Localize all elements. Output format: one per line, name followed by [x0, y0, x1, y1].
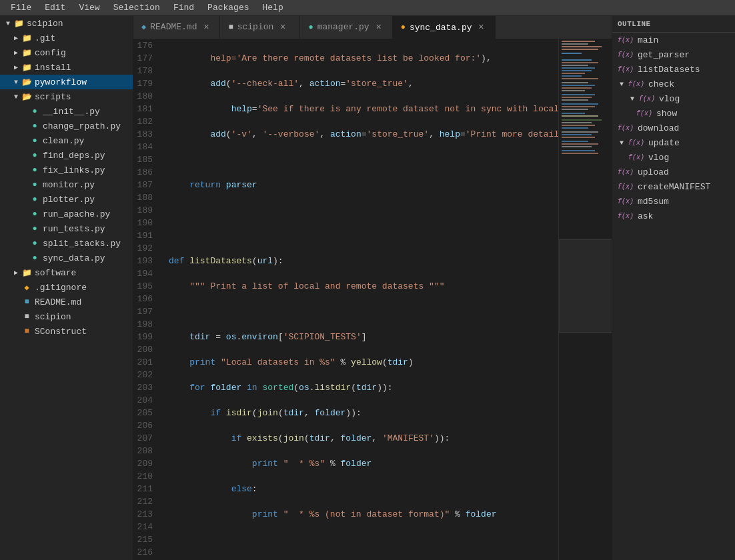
- tab-bar: ◆ README.md × ■ scipion × ● manager.py ×…: [133, 16, 612, 39]
- sidebar-item-run-apache[interactable]: ● run_apache.py: [0, 207, 133, 221]
- outline-item-vlog-check[interactable]: ▼ f(x) vlog: [612, 91, 735, 106]
- code-content[interactable]: help='Are there remote datasets list be …: [163, 39, 558, 560]
- svg-rect-6: [562, 59, 592, 61]
- svg-rect-1: [562, 41, 595, 42]
- folder-icon: 📁: [21, 47, 32, 58]
- outline-label: createMANIFEST: [638, 182, 710, 192]
- sidebar-item-run-tests[interactable]: ● run_tests.py: [0, 221, 133, 236]
- outline-label: show: [656, 109, 677, 119]
- function-icon: f(x): [618, 51, 634, 59]
- file-icon: ■: [21, 311, 32, 322]
- sidebar-item-init[interactable]: ● __init__.py: [0, 104, 133, 119]
- sidebar-item-label: sync_data.py: [43, 253, 105, 263]
- sidebar-item-clean[interactable]: ● clean.py: [0, 133, 133, 148]
- tab-sync-data[interactable]: ● sync_data.py ×: [393, 16, 496, 39]
- sidebar-item-sync-data[interactable]: ● sync_data.py: [0, 251, 133, 265]
- line-185: """ Print a list of local and remote dat…: [169, 280, 558, 293]
- svg-rect-11: [562, 73, 585, 74]
- sidebar-item-scipion-file[interactable]: ■ scipion: [0, 309, 133, 324]
- sidebar-item-plotter[interactable]: ● plotter.py: [0, 192, 133, 207]
- svg-rect-22: [562, 106, 595, 107]
- line-182: [169, 204, 558, 217]
- sidebar-item-label: .gitignore: [35, 283, 87, 293]
- menu-help[interactable]: Help: [257, 1, 289, 14]
- svg-rect-12: [562, 75, 582, 77]
- sidebar-item-fix-links[interactable]: ● fix_links.py: [0, 163, 133, 177]
- function-icon: f(x): [636, 110, 652, 117]
- sidebar-item-git[interactable]: ▶ 📁 .git: [0, 31, 133, 45]
- outline-label: ask: [638, 211, 653, 221]
- line-187: tdir = os.environ['SCIPION_TESTS']: [169, 331, 558, 343]
- sidebar-item-config[interactable]: ▶ 📁 config: [0, 45, 133, 60]
- py-icon: ●: [29, 223, 40, 234]
- menu-packages[interactable]: Packages: [202, 1, 254, 14]
- function-icon: f(x): [618, 66, 634, 73]
- menu-selection[interactable]: Selection: [108, 1, 165, 14]
- sidebar-item-label: run_tests.py: [43, 224, 105, 234]
- sidebar-item-find-deps[interactable]: ● find_deps.py: [0, 148, 133, 163]
- sidebar-item-sconstruct[interactable]: ■ SConstruct: [0, 324, 133, 339]
- outline-item-main[interactable]: f(x) main: [612, 33, 735, 47]
- tab-manager[interactable]: ● manager.py ×: [300, 16, 392, 39]
- sidebar-item-label: split_stacks.py: [43, 239, 121, 249]
- outline-item-create-manifest[interactable]: f(x) createMANIFEST: [612, 179, 735, 194]
- outline-item-download[interactable]: f(x) download: [612, 121, 735, 135]
- outline-item-show[interactable]: f(x) show: [612, 106, 735, 121]
- line-183: [169, 229, 558, 242]
- menu-edit[interactable]: Edit: [39, 1, 71, 14]
- line-180: [169, 153, 558, 166]
- line-177: add('--check-all', action='store_true',: [169, 77, 558, 90]
- tab-close-sync[interactable]: ×: [476, 22, 487, 33]
- py-icon: ●: [29, 121, 40, 131]
- outline-item-md5sum[interactable]: f(x) md5sum: [612, 194, 735, 209]
- line-184: def listDatasets(url):: [169, 255, 558, 267]
- sidebar-item-scripts[interactable]: ▼ 📂 scripts: [0, 89, 133, 104]
- tab-readme[interactable]: ◆ README.md ×: [133, 16, 220, 39]
- outline-label: update: [648, 138, 680, 148]
- sidebar-item-scipion[interactable]: ▼ 📁 scipion: [0, 16, 133, 31]
- sidebar-item-gitignore[interactable]: ◆ .gitignore: [0, 280, 133, 295]
- sidebar-item-readme[interactable]: ■ README.md: [0, 295, 133, 309]
- svg-rect-29: [562, 127, 588, 129]
- outline-label: download: [638, 123, 679, 133]
- sidebar-item-pyworkflow[interactable]: ▼ 📂 pyworkflow: [0, 75, 133, 89]
- svg-rect-19: [562, 97, 592, 98]
- sidebar: ▼ 📁 scipion ▶ 📁 .git ▶ 📁 config ▶ 📁 inst…: [0, 16, 133, 560]
- tab-icon-scipion: ■: [228, 23, 233, 32]
- outline-item-vlog-update[interactable]: f(x) vlog: [612, 150, 735, 165]
- sidebar-item-split-stacks[interactable]: ● split_stacks.py: [0, 236, 133, 251]
- outline-item-ask[interactable]: f(x) ask: [612, 209, 735, 223]
- tab-close-readme[interactable]: ×: [201, 22, 211, 33]
- svg-rect-33: [562, 141, 588, 142]
- function-icon: f(x): [618, 183, 634, 191]
- code-editor[interactable]: 176 177 178 179 180 181 182 183 184 185 …: [133, 39, 558, 560]
- menu-view[interactable]: View: [73, 1, 105, 14]
- tab-scipion[interactable]: ■ scipion ×: [220, 16, 300, 39]
- function-icon: f(x): [628, 154, 644, 161]
- expand-arrow: ▶: [11, 47, 21, 58]
- md-icon: ■: [21, 297, 32, 307]
- svg-rect-5: [562, 53, 582, 54]
- outline-item-check[interactable]: ▼ f(x) check: [612, 77, 735, 91]
- line-181: return parser: [169, 179, 558, 191]
- menu-file[interactable]: File: [5, 1, 37, 14]
- outline-item-upload[interactable]: f(x) upload: [612, 165, 735, 179]
- tab-close-manager[interactable]: ×: [374, 22, 384, 33]
- menu-find[interactable]: Find: [168, 1, 199, 14]
- sidebar-item-change-rpath[interactable]: ● change_rpath.py: [0, 119, 133, 133]
- outline-panel: OUTLINE f(x) main f(x) get_parser f(x) l…: [612, 16, 735, 560]
- outline-item-get-parser[interactable]: f(x) get_parser: [612, 47, 735, 62]
- outline-label: vlog: [648, 153, 669, 163]
- sidebar-item-software[interactable]: ▶ 📁 software: [0, 265, 133, 280]
- tab-label-scipion: scipion: [237, 22, 274, 32]
- sidebar-item-monitor[interactable]: ● monitor.py: [0, 177, 133, 192]
- outline-label: vlog: [659, 94, 680, 104]
- tab-close-scipion[interactable]: ×: [277, 22, 288, 33]
- line-179: add('-v', '--verbose', action='store_tru…: [169, 128, 558, 141]
- line-188: print "Local datasets in %s" % yellow(td…: [169, 356, 558, 369]
- outline-item-list-datasets[interactable]: f(x) listDatasets: [612, 62, 735, 77]
- outline-item-update[interactable]: ▼ f(x) update: [612, 135, 735, 150]
- py-icon: ●: [29, 165, 40, 175]
- outline-label: check: [648, 79, 674, 89]
- sidebar-item-install[interactable]: ▶ 📁 install: [0, 60, 133, 75]
